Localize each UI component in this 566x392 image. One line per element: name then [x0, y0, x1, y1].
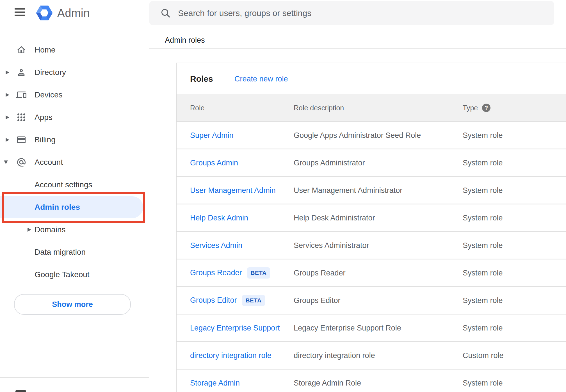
sidebar-item-billing[interactable]: Billing: [0, 129, 149, 151]
role-link[interactable]: directory integration role: [190, 351, 271, 360]
expand-arrow-icon[interactable]: [6, 93, 9, 97]
role-type: System role: [463, 158, 503, 167]
sidebar-item-label: Domains: [35, 225, 65, 234]
table-row: Groups Reader BETA Groups Reader System …: [177, 259, 566, 287]
collapse-arrow-icon[interactable]: [4, 161, 8, 164]
person-icon: [16, 67, 26, 78]
table-row: Help Desk Admin Help Desk Administrator …: [177, 204, 566, 232]
table-row: Legacy Enterprise Support Legacy Enterpr…: [177, 314, 566, 342]
role-description: Help Desk Administrator: [294, 213, 375, 222]
table-header-row: Role Role description Type ?: [177, 94, 566, 122]
table-row: Groups Admin Groups Administrator System…: [177, 149, 566, 177]
search-input[interactable]: [177, 8, 554, 18]
admin-logo: Admin: [35, 4, 90, 22]
role-description: Services Administrator: [294, 241, 369, 250]
sidebar-item-data-migration[interactable]: Data migration: [0, 241, 149, 263]
role-description: Google Apps Administrator Seed Role: [294, 131, 421, 140]
sidebar-item-account[interactable]: Account: [0, 151, 149, 174]
role-type: System role: [463, 131, 503, 140]
role-type: System role: [463, 379, 503, 387]
sidebar-item-home[interactable]: Home: [0, 39, 149, 61]
admin-hexagon-logo-icon: [35, 4, 53, 22]
sidebar-nav: Home Directory Devices Apps Billin: [0, 39, 149, 286]
expand-arrow-icon[interactable]: [28, 228, 31, 232]
role-link[interactable]: Groups Editor: [190, 296, 237, 305]
role-description: Groups Editor: [294, 296, 341, 305]
sidebar-item-admin-roles[interactable]: Admin roles: [0, 196, 149, 218]
role-type: System role: [463, 241, 503, 250]
column-header-role: Role: [190, 104, 204, 112]
column-header-role-description: Role description: [294, 104, 344, 112]
sidebar-item-label: Devices: [35, 90, 63, 99]
role-description: Storage Admin Role: [294, 379, 361, 387]
help-icon[interactable]: ?: [482, 104, 490, 112]
sidebar-item-label: Home: [35, 45, 56, 54]
sidebar-item-apps[interactable]: Apps: [0, 106, 149, 129]
role-link[interactable]: Services Admin: [190, 241, 242, 250]
expand-arrow-icon[interactable]: [6, 70, 9, 74]
sidebar-item-devices[interactable]: Devices: [0, 84, 149, 106]
beta-badge: BETA: [247, 267, 270, 279]
roles-card-header: Roles Create new role: [177, 63, 566, 94]
role-description: User Management Administrator: [294, 186, 402, 195]
sidebar-bottom-divider: [0, 377, 149, 378]
role-description: Groups Reader: [294, 268, 346, 277]
expand-arrow-icon[interactable]: [6, 138, 9, 142]
role-link[interactable]: Groups Admin: [190, 158, 238, 167]
search-bar[interactable]: [149, 1, 554, 25]
expand-arrow-icon[interactable]: [6, 115, 9, 119]
sidebar-item-label: Apps: [35, 113, 53, 122]
devices-icon: [16, 90, 26, 100]
role-link[interactable]: User Management Admin: [190, 186, 276, 195]
table-row: Groups Editor BETA Groups Editor System …: [177, 287, 566, 314]
table-row: User Management Admin User Management Ad…: [177, 177, 566, 204]
role-type: System role: [463, 323, 503, 332]
card-title: Roles: [190, 74, 213, 84]
role-link[interactable]: Legacy Enterprise Support: [190, 323, 280, 332]
apps-grid-icon: [16, 112, 26, 122]
breadcrumb-divider: [149, 48, 566, 49]
role-description: directory integration role: [294, 351, 375, 360]
show-more-label: Show more: [52, 300, 93, 309]
sidebar-item-label: Data migration: [35, 248, 86, 257]
table-row: Storage Admin Storage Admin Role System …: [177, 370, 566, 392]
credit-card-icon: [16, 135, 26, 145]
breadcrumb: Admin roles: [165, 34, 205, 46]
menu-icon[interactable]: [15, 8, 25, 16]
partial-icon: [15, 390, 26, 392]
sidebar-item-label: Google Takeout: [35, 270, 90, 279]
show-more-button[interactable]: Show more: [14, 294, 131, 315]
role-type: Custom role: [463, 351, 504, 360]
role-link[interactable]: Storage Admin: [190, 379, 240, 387]
role-type: System role: [463, 268, 503, 277]
sidebar-item-google-takeout[interactable]: Google Takeout: [0, 263, 149, 286]
app-title: Admin: [57, 7, 90, 19]
role-type: System role: [463, 296, 503, 305]
beta-badge: BETA: [242, 295, 265, 306]
table-row: Services Admin Services Administrator Sy…: [177, 232, 566, 259]
table-row: Super Admin Google Apps Administrator Se…: [177, 122, 566, 149]
role-description: Legacy Enterprise Support Role: [294, 323, 401, 332]
sidebar-item-label: Account settings: [35, 180, 92, 189]
sidebar-item-label: Admin roles: [35, 203, 80, 212]
create-new-role-link[interactable]: Create new role: [234, 74, 288, 83]
sidebar-item-domains[interactable]: Domains: [0, 218, 149, 241]
table-row: directory integration role directory int…: [177, 342, 566, 370]
at-email-icon: [16, 157, 26, 167]
role-link[interactable]: Help Desk Admin: [190, 213, 248, 222]
role-description: Groups Administrator: [294, 158, 365, 167]
sidebar-item-label: Directory: [35, 68, 66, 77]
sidebar-item-label: Billing: [35, 135, 56, 144]
sidebar-item-label: Account: [35, 158, 63, 167]
column-header-type: Type: [463, 104, 478, 112]
role-type: System role: [463, 213, 503, 222]
sidebar-item-account-settings[interactable]: Account settings: [0, 174, 149, 196]
sidebar-item-directory[interactable]: Directory: [0, 61, 149, 84]
sidebar-content-divider: [149, 0, 149, 392]
search-icon: [160, 8, 171, 19]
home-icon: [16, 45, 26, 55]
roles-card: Roles Create new role Role Role descript…: [176, 63, 566, 392]
role-type: System role: [463, 186, 503, 195]
role-link[interactable]: Groups Reader: [190, 268, 242, 277]
role-link[interactable]: Super Admin: [190, 131, 234, 140]
